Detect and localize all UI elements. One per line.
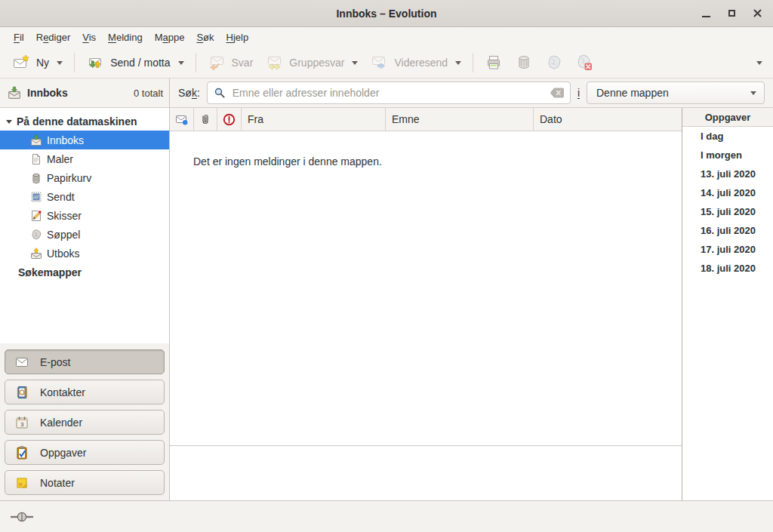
scope-value: Denne mappen [596, 87, 669, 99]
new-message-label: Ny [36, 57, 49, 69]
reply-button[interactable]: Svar [202, 51, 260, 75]
junk-button[interactable] [539, 51, 569, 75]
folder-maler[interactable]: Maler [0, 149, 169, 168]
message-count: 0 totalt [134, 88, 163, 99]
folder-sidebar: På denne datamaskinen Innboks [0, 108, 170, 500]
switcher-calendar-button[interactable]: 3 Kalender [5, 410, 165, 435]
reply-icon [208, 54, 226, 72]
menu-sok[interactable]: Søk [190, 27, 220, 48]
search-icon [214, 87, 226, 99]
search-band: Innboks 0 totalt Søk: i Denne mappen [0, 78, 773, 108]
outbox-icon [30, 248, 42, 260]
minimize-button[interactable] [698, 5, 714, 22]
column-priority[interactable] [217, 108, 242, 131]
tasks-icon [14, 445, 29, 460]
task-group-today[interactable]: I dag [682, 127, 773, 146]
message-list-header: Fra Emne Dato [170, 108, 682, 131]
templates-icon [30, 153, 42, 165]
toolbar-separator [74, 53, 75, 72]
maximize-icon [728, 10, 735, 17]
switcher-mail-button[interactable]: E-post [5, 349, 165, 374]
reply-label: Svar [232, 57, 254, 69]
switcher-memos-button[interactable]: Notater [5, 470, 165, 495]
trashcan-icon [30, 172, 42, 184]
group-reply-button[interactable]: Gruppesvar [259, 51, 364, 75]
folder-innboks[interactable]: Innboks [0, 131, 169, 149]
menu-vis[interactable]: Vis [76, 27, 102, 48]
expander-icon[interactable] [6, 120, 12, 127]
column-date[interactable]: Dato [534, 108, 682, 131]
forward-button[interactable]: Videresend [364, 51, 467, 75]
toolbar: Ny Send / motta Svar [0, 48, 773, 78]
folder-soppel[interactable]: Søppel [0, 225, 169, 244]
chevron-down-icon [455, 61, 461, 68]
task-group-tomorrow[interactable]: I morgen [682, 146, 773, 165]
switcher-tasks-button[interactable]: Oppgaver [5, 440, 165, 465]
clear-search-icon[interactable] [550, 88, 565, 98]
window-title: Innboks – Evolution [336, 8, 436, 20]
menubar: Fil Rediger Vis Melding Mappe Søk Hjelp [0, 27, 773, 48]
read-status-icon [175, 114, 188, 125]
column-subject[interactable]: Emne [386, 108, 534, 131]
task-panel-title: Oppgaver [682, 108, 773, 127]
search-scope-dropdown[interactable]: Denne mappen [587, 81, 765, 104]
new-message-button[interactable]: Ny [6, 51, 69, 75]
inbox-icon [30, 134, 42, 146]
preview-pane[interactable] [170, 445, 682, 500]
column-from[interactable]: Fra [242, 108, 386, 131]
message-list-pane: Fra Emne Dato Det er ingen meldinger i d… [170, 108, 682, 500]
menu-melding[interactable]: Melding [102, 27, 149, 48]
print-icon [485, 54, 503, 72]
column-attachment[interactable] [194, 108, 217, 131]
mail-icon [14, 355, 29, 370]
folder-sendt[interactable]: Sendt [0, 187, 169, 206]
not-junk-button[interactable] [569, 51, 599, 75]
drafts-icon [30, 210, 42, 222]
send-receive-button[interactable]: Send / motta [80, 51, 189, 75]
forward-label: Videresend [394, 57, 448, 69]
menu-mappe[interactable]: Mappe [149, 27, 191, 48]
search-input[interactable] [207, 81, 571, 104]
trash-icon [515, 54, 533, 72]
task-group-date[interactable]: 17. juli 2020 [682, 240, 773, 259]
menu-hjelp[interactable]: Hjelp [220, 27, 255, 48]
forward-icon [370, 54, 388, 72]
column-read-status[interactable] [170, 108, 194, 131]
message-list-body[interactable]: Det er ingen meldinger i denne mappen. [170, 131, 682, 445]
toolbar-overflow-button[interactable] [756, 61, 762, 68]
menu-fil[interactable]: Fil [8, 27, 30, 48]
titlebar: Innboks – Evolution [0, 0, 773, 27]
search-area: Søk: i Denne mappen [170, 78, 773, 107]
print-button[interactable] [479, 51, 509, 75]
statusbar [0, 500, 773, 532]
task-group-date[interactable]: 16. juli 2020 [682, 221, 773, 240]
task-group-date[interactable]: 15. juli 2020 [682, 202, 773, 221]
search-field-wrap [207, 81, 571, 104]
folder-papirkurv[interactable]: Papirkurv [0, 168, 169, 187]
folder-utboks[interactable]: Utboks [0, 244, 169, 263]
tree-group-sokemapper[interactable]: Søkemapper [0, 263, 169, 281]
group-reply-icon [265, 54, 283, 72]
junk-icon [545, 54, 563, 72]
tree-root-on-this-computer[interactable]: På denne datamaskinen [0, 112, 169, 131]
task-group-date[interactable]: 18. juli 2020 [682, 259, 773, 278]
send-receive-label: Send / motta [110, 57, 170, 69]
menu-rediger[interactable]: Rediger [30, 27, 77, 48]
folder-header: Innboks 0 totalt [0, 78, 170, 107]
junk-folder-icon [30, 229, 42, 241]
folder-tree: På denne datamaskinen Innboks [0, 108, 169, 343]
close-button[interactable] [749, 5, 765, 22]
switcher-contacts-button[interactable]: Kontakter [5, 380, 165, 404]
folder-skisser[interactable]: Skisser [0, 206, 169, 225]
delete-button[interactable] [509, 51, 539, 75]
search-label: Søk: [178, 87, 200, 99]
task-group-date[interactable]: 14. juli 2020 [682, 183, 773, 202]
attachment-icon [200, 113, 211, 125]
sent-icon [30, 191, 42, 203]
online-status-icon[interactable] [10, 511, 35, 523]
toolbar-separator [473, 53, 473, 72]
view-switcher: E-post Kontakter [0, 343, 169, 501]
send-receive-icon [86, 54, 104, 72]
task-group-date[interactable]: 13. juli 2020 [682, 165, 773, 183]
maximize-button[interactable] [723, 5, 740, 22]
